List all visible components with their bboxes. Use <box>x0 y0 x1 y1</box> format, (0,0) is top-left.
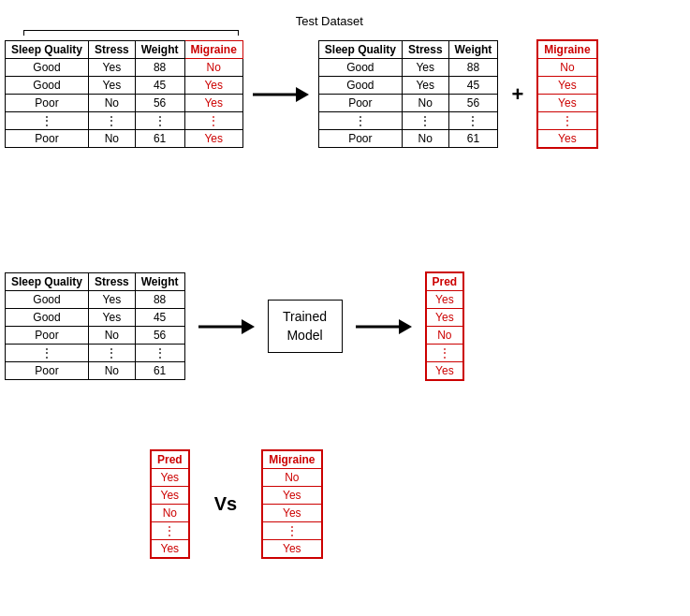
features-table-top: Sleep Quality Stress Weight Good Yes 88 … <box>318 40 499 148</box>
table-row: Poor No 56 Yes <box>6 95 243 112</box>
table-row: Yes <box>151 487 189 505</box>
table-row: Poor No 61 <box>318 130 498 148</box>
table-row: Good Yes 88 <box>318 59 498 77</box>
col-stress: Stress <box>89 41 136 59</box>
table-row: Yes <box>151 469 189 487</box>
table-row: No <box>262 469 321 487</box>
migraine-table-bottom: Migraine No Yes Yes ⋮ Yes <box>261 449 322 559</box>
table-row: Yes <box>262 505 321 522</box>
plus-sign: + <box>511 82 523 107</box>
table-row: Poor No 56 <box>6 327 185 345</box>
trained-model-label: Trained Model <box>283 308 327 345</box>
table-row: Good Yes 45 <box>318 77 498 95</box>
arrow-right-3 <box>356 317 412 336</box>
trained-model-box: Trained Model <box>268 300 343 353</box>
migraine-label-table-top: Migraine No Yes Yes ⋮ Yes <box>536 39 597 149</box>
table-row: Poor No 56 <box>318 95 498 112</box>
col-weight: Weight <box>135 41 184 59</box>
table-row: Yes <box>426 291 464 309</box>
table-row: No <box>426 327 464 345</box>
pred-table-bottom: Pred Yes Yes No ⋮ Yes <box>150 449 190 559</box>
features-table-mid: Sleep Quality Stress Weight Good Yes 88 … <box>5 272 185 380</box>
table-row: Yes <box>151 540 189 559</box>
table-row: Yes <box>262 540 321 559</box>
section2: Sleep Quality Stress Weight Good Yes 88 … <box>5 271 464 381</box>
table-row: Good Yes 88 <box>6 291 185 309</box>
pred-table-mid: Pred Yes Yes No ⋮ Yes <box>425 271 465 381</box>
table-row: Yes <box>426 362 464 381</box>
table-row: Good Yes 88 No <box>6 59 243 77</box>
table-row: Yes <box>537 95 596 112</box>
test-dataset-label: Test Dataset <box>61 14 598 28</box>
table-row: No <box>537 59 596 77</box>
top-right-section: Sleep Quality Stress Weight Good Yes 88 … <box>318 39 598 149</box>
section3: Pred Yes Yes No ⋮ Yes Vs Migraine No Ye <box>150 449 323 559</box>
vs-label: Vs <box>214 493 237 515</box>
table-row: ⋮ ⋮ ⋮ ⋮ <box>6 112 243 130</box>
table-row: Yes <box>537 130 596 149</box>
table-row: Yes <box>537 77 596 95</box>
table-row: Good Yes 45 Yes <box>6 77 243 95</box>
table-row: Yes <box>426 309 464 327</box>
table-row: Poor No 61 <box>6 362 185 380</box>
table-row: ⋮ <box>262 522 321 540</box>
section1: Test Dataset Sleep Quality Stress Weight… <box>5 14 598 149</box>
table-row: Yes <box>262 487 321 505</box>
table-row: ⋮ <box>537 112 596 130</box>
table-row: ⋮ ⋮ ⋮ <box>318 112 498 130</box>
main-container: Test Dataset Sleep Quality Stress Weight… <box>0 0 690 616</box>
table-row: ⋮ <box>151 522 189 540</box>
arrow-right-1 <box>253 85 309 104</box>
col-sleep-quality: Sleep Quality <box>6 41 89 59</box>
table-row: No <box>151 505 189 522</box>
table-row: Good Yes 45 <box>6 309 185 327</box>
arrow-right-2 <box>198 317 255 336</box>
col-migraine: Migraine <box>184 41 242 59</box>
table-row: ⋮ <box>426 345 464 362</box>
main-dataset-table: Sleep Quality Stress Weight Migraine Goo… <box>5 40 243 148</box>
table-row: Poor No 61 Yes <box>6 130 243 148</box>
table-row: ⋮ ⋮ ⋮ <box>6 345 185 362</box>
